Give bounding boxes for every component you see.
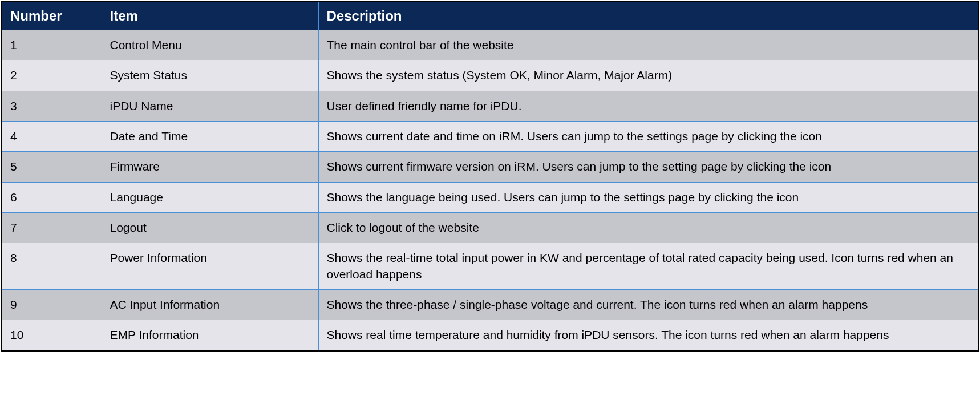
cell-number: 8 — [2, 243, 102, 290]
cell-item: Date and Time — [102, 122, 318, 152]
table-row: 7 Logout Click to logout of the website — [2, 213, 978, 243]
cell-number: 7 — [2, 213, 102, 243]
table-row: 2 System Status Shows the system status … — [2, 60, 978, 91]
header-description: Description — [318, 2, 978, 30]
cell-number: 5 — [2, 152, 102, 182]
cell-item: System Status — [102, 60, 318, 91]
cell-item: EMP Information — [102, 320, 318, 351]
cell-item: AC Input Information — [102, 290, 318, 320]
table-row: 8 Power Information Shows the real-time … — [2, 243, 978, 290]
table-row: 4 Date and Time Shows current date and t… — [2, 122, 978, 152]
cell-item: iPDU Name — [102, 91, 318, 121]
cell-number: 4 — [2, 122, 102, 152]
info-table: Number Item Description 1 Control Menu T… — [1, 1, 979, 352]
cell-number: 2 — [2, 60, 102, 91]
cell-number: 1 — [2, 30, 102, 60]
cell-description: Shows the language being used. Users can… — [318, 182, 978, 212]
cell-description: User defined friendly name for iPDU. — [318, 91, 978, 121]
header-number: Number — [2, 2, 102, 30]
cell-item: Power Information — [102, 243, 318, 290]
cell-description: Shows current firmware version on iRM. U… — [318, 152, 978, 182]
cell-description: The main control bar of the website — [318, 30, 978, 60]
cell-description: Shows the three-phase / single-phase vol… — [318, 290, 978, 320]
table-header-row: Number Item Description — [2, 2, 978, 30]
cell-number: 10 — [2, 320, 102, 351]
cell-description: Click to logout of the website — [318, 213, 978, 243]
table-row: 1 Control Menu The main control bar of t… — [2, 30, 978, 60]
cell-description: Shows current date and time on iRM. User… — [318, 122, 978, 152]
cell-item: Firmware — [102, 152, 318, 182]
cell-number: 6 — [2, 182, 102, 212]
table-row: 6 Language Shows the language being used… — [2, 182, 978, 212]
table-row: 9 AC Input Information Shows the three-p… — [2, 290, 978, 320]
cell-item: Logout — [102, 213, 318, 243]
cell-number: 9 — [2, 290, 102, 320]
cell-description: Shows real time temperature and humidity… — [318, 320, 978, 351]
table-row: 10 EMP Information Shows real time tempe… — [2, 320, 978, 351]
cell-item: Language — [102, 182, 318, 212]
cell-number: 3 — [2, 91, 102, 121]
cell-description: Shows the system status (System OK, Mino… — [318, 60, 978, 91]
table-row: 3 iPDU Name User defined friendly name f… — [2, 91, 978, 121]
table-row: 5 Firmware Shows current firmware versio… — [2, 152, 978, 182]
cell-description: Shows the real-time total input power in… — [318, 243, 978, 290]
header-item: Item — [102, 2, 318, 30]
cell-item: Control Menu — [102, 30, 318, 60]
